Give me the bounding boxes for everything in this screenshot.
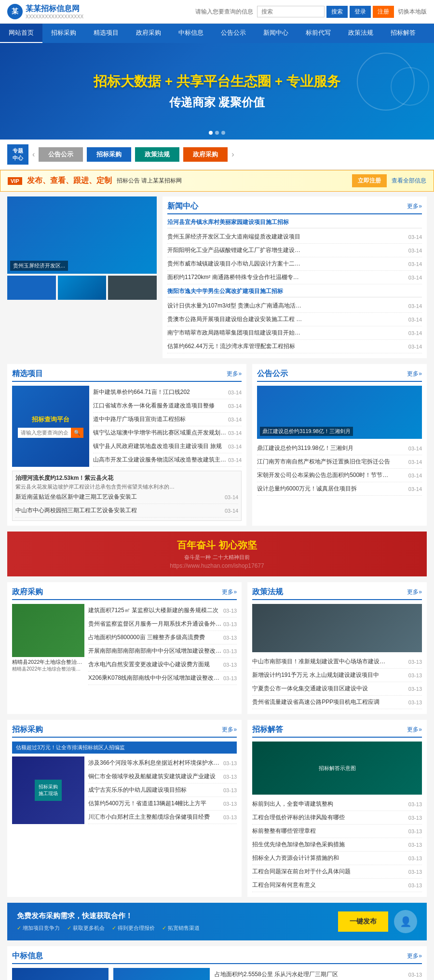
list-item-text[interactable]: 新近南蓝贴近坐临区新中建三期工艺设备安装工 (15, 493, 150, 501)
nav-item-home[interactable]: 网站首页 (0, 24, 42, 43)
featured-desc2: 紫云县火花发展边坡护岸工程设计总承包含贵州省望关铺水利水的… (15, 483, 238, 490)
nav-item-answer[interactable]: 招标解答 (382, 24, 424, 43)
list-item-text[interactable]: 中山市中心两校园招三期工程工艺设备安装工程 (15, 506, 150, 515)
cta-button[interactable]: 一键发布 (338, 911, 388, 932)
list-item-text[interactable]: 镇宁县人民政府建筑地盘改造项目主建设项目 旅规 (93, 442, 228, 450)
list-item-text[interactable]: 川汇市小白郑村庄土主整船缆综合保健项目经费 (88, 813, 223, 821)
list-item-text[interactable]: 宁夏贵公市一体化集交通建设项目区建设中设 (252, 685, 387, 693)
list-item: 川汇市小白郑村庄土主整船缆综合保健项目经费03-13 (88, 811, 237, 824)
featured-section: 精选项目 更多» 招标查询平台 🔍 新中建筑单价约664.71亩！江口线2020… (7, 364, 246, 526)
list-item-text[interactable]: 贵州省监察监督区月服务一月期系技术升通设备外居外场项目施工建设 (88, 620, 223, 628)
answer-more[interactable]: 更多» (407, 726, 422, 734)
nav-item-policy[interactable]: 政策法规 (339, 24, 382, 43)
news-item-text[interactable]: 贵州玉屏经济开发区工业大道南端提质改建建设项目 (167, 233, 302, 241)
list-item-text[interactable]: 占地面积约2.5558公里 乐从污水处理厂三期厂区 (215, 970, 350, 979)
banner-dot-3[interactable] (221, 131, 225, 135)
list-item-text[interactable]: 中山市南部项目！准新规划建设置中心场场市建设建设工程 (252, 658, 387, 666)
ad-register-btn[interactable]: 立即注册 (352, 174, 387, 187)
user-action[interactable]: 切换本地版 (398, 8, 427, 16)
search-button[interactable]: 搜索 (326, 6, 348, 18)
featured-list: 新中建筑单价约664.71亩！江口线20203-14 江口省城市水务一体化看服务… (93, 386, 242, 467)
list-item-text[interactable]: 估算约5400万元！省道道13辆超14幢比上方平 (88, 799, 223, 808)
list-item-text[interactable]: 鼎江建设总价约3119.98亿！三湘剑月 (257, 444, 392, 452)
bid-list: 涉及366个河段等水系利息坐据近村村环境保护水系整治03-13 铜仁市全领域学校… (88, 756, 237, 824)
featured-notice-row: 精选项目 更多» 招标查询平台 🔍 新中建筑单价约664.71亩！江口线2020… (7, 364, 427, 526)
nav-item-bid[interactable]: 招标采购 (42, 24, 85, 43)
list-item-text[interactable]: 道中中路厅广场项目宣街道工程招标 (93, 415, 228, 423)
list-item-text[interactable]: 山高市开发工业建设服务物流区域改造整改建筑主场地开工 (93, 456, 228, 464)
list-item-text[interactable]: 招生优先绿色加绿色加绿色采购措施 (252, 840, 387, 849)
news-sub-title-2: 衡阳市逸夫中学男生公寓改扩建项目施工招标 (167, 287, 422, 297)
featured-more[interactable]: 更多» (227, 370, 242, 378)
list-item-text[interactable]: 含水电汽自然安置变更改建设中心建设费方面规 (88, 660, 223, 669)
register-button[interactable]: 注册 (373, 6, 394, 18)
list-item-text[interactable]: X206乘K078线南部南线中中分区域增加建设整改建筑主场地开工三幢分二 (88, 674, 223, 682)
news-item-text[interactable]: 估算约662.44万元！流沙湾水库管理配套工程招标 (167, 342, 302, 350)
banner-dot-1[interactable] (209, 131, 213, 135)
list-item-text[interactable]: 成宁古宾乐乐的中幼儿园建设项目招标 (88, 786, 223, 794)
policy-list: 中山市南部项目！准新规划建设置中心场场市建设建设工程03-13 新增设计约191… (252, 655, 422, 709)
list-item-text[interactable]: 涉及366个河段等水系利息坐据近村村环境保护水系整治 (88, 759, 223, 767)
news-item-text[interactable]: 设计日供水量为107m3/d型 贵澳山水广南通高地活洪阶梯设施工程 (167, 302, 302, 310)
search-box-input[interactable] (18, 428, 71, 438)
tabs-prev-arrow[interactable]: ‹ (32, 150, 35, 159)
tab-notice[interactable]: 公告公示 (39, 147, 83, 162)
check-icon-4: ✓ (162, 925, 166, 931)
search-input[interactable] (257, 6, 325, 17)
list-item-text[interactable]: 开展南部南部南部南部南中中分区域增加建设整改建筑主场地开工 (88, 647, 223, 655)
list-item: 标前整整有哪些管理章程03-13 (252, 825, 422, 838)
list-item-text[interactable]: 标前整整有哪些管理章程 (252, 827, 387, 835)
bid-more[interactable]: 更多» (222, 726, 237, 734)
list-item-text[interactable]: 招标全人力资源会计计算措施的和 (252, 854, 387, 862)
ad-view-all[interactable]: 查看全部信息 (392, 177, 426, 185)
list-item-text[interactable]: 工程合理低价评标的法律风险有哪些 (252, 813, 387, 822)
nav-item-notice[interactable]: 公告公示 (212, 24, 255, 43)
news-item-text[interactable]: 开阳阳明化工业产品碳酸锂建化工厂扩容增生建设项目一期拓广焦栋施工招标 (167, 246, 302, 254)
policy-title: 政策法规 (252, 587, 283, 597)
nav-item-featured[interactable]: 精选项目 (85, 24, 127, 43)
notice-more[interactable]: 更多» (407, 370, 422, 378)
nav-item-winner[interactable]: 中标信息 (170, 24, 212, 43)
list-item-text[interactable]: 贵州省流量建设省高速公路PPP项目机电工程应调 (252, 698, 387, 706)
news-item-text[interactable]: 贵澳市公路局开展项目建设组合建设安装施工工程 施工及电子设备化集成PC招标 (167, 315, 302, 323)
list-item-text[interactable]: 建筑面积7125㎡ 某监察以大楼新建的服务规模二次 (88, 606, 223, 615)
list-item-text[interactable]: 占地面积约5800000亩 三幢整齐多级高流费费 (88, 633, 223, 642)
winner-more[interactable]: 更多» (407, 952, 422, 960)
list-item-text[interactable]: 工程合同题深在前台对于什么具体问题 (252, 868, 387, 876)
list-item-text[interactable]: 工程合同深有何意有意义 (252, 881, 387, 889)
list-item: 中山市南部项目！准新规划建设置中心场场市建设建设工程03-13 (252, 655, 422, 669)
banner-dot-2[interactable] (215, 131, 219, 135)
nav-item-prewrite[interactable]: 标前代写 (297, 24, 339, 43)
news-item: 开阳阳明化工业产品碳酸锂建化工厂扩容增生建设项目一期拓广焦栋施工招标 03-14 (167, 244, 422, 257)
list-item-text[interactable]: 标前到出人，全套申请建筑整构 (252, 800, 387, 808)
news-item-text[interactable]: 面积约11720km² 南通路桥特殊专业合作社温棚专业承包 (167, 273, 302, 281)
nav-item-news[interactable]: 新闻中心 (255, 24, 297, 43)
news-more[interactable]: 更多» (407, 202, 422, 210)
nav-item-gov[interactable]: 政府采购 (127, 24, 170, 43)
gov-img-sub: 精晴县2022年土地综合整治项目监管范围约规范性规划的新… (12, 666, 84, 672)
list-item-text[interactable]: 宋朝开发公司公布采购公告总面积约500时！节节路省余建筑 (257, 471, 392, 479)
news-item-text[interactable]: 南宁市晴翠市政局路晴翠集团项目组建设项目开始设置 (167, 329, 302, 337)
news-item-date: 03-14 (408, 248, 422, 253)
list-item-text[interactable]: 铜仁市全领域学校及船艇建筑安建筑建设产业建设 (88, 772, 223, 781)
news-item-date: 03-14 (408, 303, 422, 309)
list-item-text[interactable]: 江门南芳市南自然产权地产拆迁置换旧住宅拆迁公告 (257, 458, 392, 466)
tab-bid-procurement[interactable]: 招标采购 (87, 147, 131, 162)
search-box-button[interactable]: 🔍 (71, 428, 83, 438)
list-item: 铜仁市全领域学校及船艇建筑安建筑建设产业建设03-13 (88, 770, 237, 784)
tab-policy[interactable]: 政策法规 (135, 147, 179, 162)
news-thumb-3 (108, 276, 157, 300)
gov-inner: 精晴县2022年土地综合整治项目(监理)招标 精晴县2022年土地综合整治项目监… (12, 604, 237, 685)
list-item-text[interactable]: 新增设计约191予万元 水上山规划建设建设项目中 (252, 671, 387, 679)
list-item-text[interactable]: 新中建筑单价约664.71亩！江口线202 (93, 388, 228, 396)
tab-gov[interactable]: 政府采购 (183, 147, 228, 162)
list-item: 鼎江建设总价约3119.98亿！三湘剑月03-14 (257, 442, 422, 455)
gov-more[interactable]: 更多» (222, 588, 237, 596)
news-item-text[interactable]: 贵州市威市城镇建设项目小市幼儿园设计方案十二次方 (167, 260, 302, 268)
tabs-next-arrow[interactable]: › (231, 150, 234, 159)
list-item-text[interactable]: 镇宁弘达瑞澳中学增学书画比赛区域重点开发规划市机场地块 (93, 429, 228, 437)
list-item-text[interactable]: 江口省城市水务一体化看服务道建改造项目整修 (93, 402, 228, 410)
policy-more[interactable]: 更多» (407, 588, 422, 596)
login-button[interactable]: 登录 (350, 6, 371, 18)
list-item-text[interactable]: 设计总量约6000万元！诚真居住项目拆 (257, 485, 392, 493)
